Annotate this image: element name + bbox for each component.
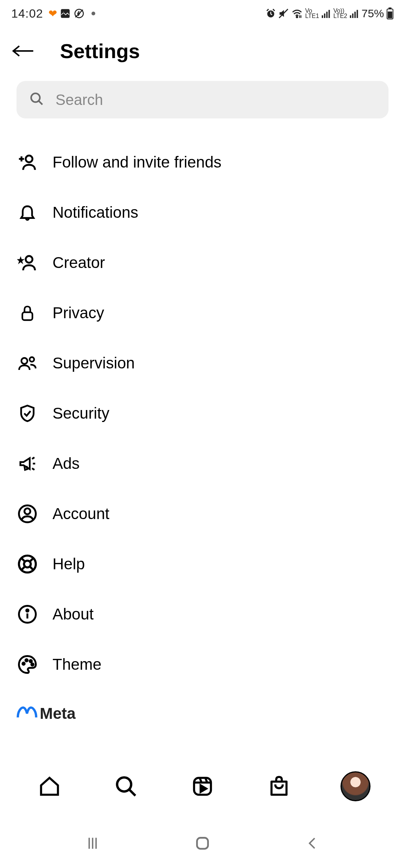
menu-item-account[interactable]: Account (16, 489, 388, 539)
sys-home-button[interactable] (191, 832, 214, 855)
reels-icon (191, 775, 214, 798)
sys-recents-button[interactable] (81, 832, 104, 855)
svg-line-3 (75, 10, 83, 17)
menu-item-theme[interactable]: Theme (16, 639, 388, 690)
sim1-label: VoLTE1 (305, 8, 319, 19)
svg-rect-25 (22, 312, 33, 320)
svg-point-41 (26, 609, 28, 612)
wifi-icon (291, 8, 303, 19)
shield-check-icon (16, 403, 38, 424)
meta-brand: Meta (16, 705, 388, 723)
menu-label: Follow and invite friends (52, 153, 222, 171)
group-icon (16, 352, 38, 374)
battery-percent: 75% (362, 7, 384, 20)
menu-item-supervision[interactable]: Supervision (16, 338, 388, 388)
svg-line-38 (30, 567, 34, 570)
status-time: 14:02 (11, 7, 43, 21)
home-icon (38, 775, 61, 798)
svg-rect-55 (197, 838, 208, 849)
sys-home-icon (194, 835, 211, 852)
menu-label: Creator (52, 254, 105, 272)
system-nav (0, 825, 405, 862)
alarm-icon (266, 8, 276, 19)
menu-label: Privacy (52, 304, 104, 322)
svg-line-47 (129, 790, 135, 796)
header: Settings (0, 27, 405, 81)
nav-search-button[interactable] (111, 771, 141, 801)
settings-menu: Follow and invite friends Notifications … (16, 137, 388, 690)
svg-point-34 (24, 561, 31, 567)
menu-item-about[interactable]: About (16, 589, 388, 639)
svg-point-27 (30, 357, 34, 362)
svg-line-30 (32, 468, 34, 470)
svg-rect-10 (328, 10, 330, 18)
svg-line-35 (21, 558, 25, 561)
svg-rect-13 (354, 12, 356, 18)
signal1-icon (321, 9, 331, 18)
sim2-label: Vo))LTE2 (333, 8, 347, 19)
menu-item-help[interactable]: Help (16, 539, 388, 589)
sys-back-button[interactable] (301, 832, 324, 855)
back-button[interactable] (11, 36, 41, 66)
svg-point-45 (32, 663, 34, 666)
svg-point-6 (296, 16, 298, 18)
svg-rect-12 (352, 13, 354, 18)
svg-line-20 (39, 101, 42, 105)
search-bar[interactable] (16, 81, 388, 118)
bell-icon (16, 202, 38, 223)
svg-rect-7 (322, 15, 323, 18)
svg-point-46 (117, 777, 131, 792)
battery-icon (386, 7, 394, 19)
menu-label: Notifications (52, 204, 138, 221)
nav-profile-button[interactable] (340, 771, 370, 801)
recents-icon (84, 835, 101, 852)
nav-shop-button[interactable] (264, 771, 294, 801)
svg-point-32 (24, 508, 30, 514)
svg-point-24 (26, 256, 33, 263)
svg-rect-9 (326, 12, 328, 18)
menu-item-creator[interactable]: Creator (16, 238, 388, 288)
nav-reels-button[interactable] (188, 771, 218, 801)
svg-line-36 (30, 558, 34, 561)
person-star-icon (16, 252, 38, 274)
search-input[interactable] (56, 91, 376, 108)
svg-point-26 (21, 358, 27, 364)
page-title: Settings (60, 39, 140, 63)
avatar-icon (340, 771, 370, 801)
lock-icon (16, 302, 38, 324)
more-notifications-dot (92, 12, 95, 15)
palette-icon (16, 654, 38, 675)
bottom-nav (0, 760, 405, 813)
meta-brand-text: Meta (40, 705, 76, 723)
menu-item-security[interactable]: Security (16, 388, 388, 438)
menu-item-notifications[interactable]: Notifications (16, 187, 388, 238)
menu-label: About (52, 605, 94, 623)
lifebuoy-icon (16, 553, 38, 575)
person-plus-icon (16, 151, 38, 173)
meta-logo-icon (16, 705, 38, 722)
svg-point-43 (26, 659, 28, 661)
user-circle-icon (16, 503, 38, 525)
mute-icon (278, 8, 289, 19)
svg-point-1 (63, 11, 64, 12)
status-left: 14:02 ❤ (11, 7, 95, 21)
svg-rect-11 (350, 15, 351, 18)
health-icon: ❤ (48, 7, 57, 20)
gallery-icon (60, 8, 70, 19)
svg-line-28 (32, 457, 34, 459)
menu-item-ads[interactable]: Ads (16, 438, 388, 489)
megaphone-icon (16, 453, 38, 474)
shopping-bag-icon (268, 775, 290, 798)
svg-rect-17 (388, 12, 392, 18)
data-saver-icon (74, 8, 85, 19)
svg-point-42 (22, 663, 25, 665)
menu-label: Security (52, 404, 110, 422)
nav-home-button[interactable] (34, 771, 64, 801)
chevron-left-icon (306, 835, 319, 852)
menu-item-follow-invite[interactable]: Follow and invite friends (16, 137, 388, 187)
menu-label: Theme (52, 655, 102, 673)
svg-point-21 (26, 156, 33, 162)
menu-label: Ads (52, 455, 80, 473)
menu-item-privacy[interactable]: Privacy (16, 288, 388, 338)
menu-label: Supervision (52, 354, 135, 372)
